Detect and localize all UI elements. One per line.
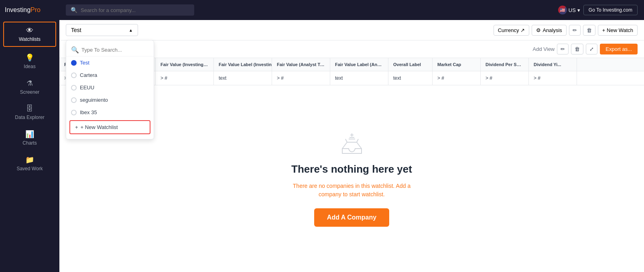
sidebar-item-screener[interactable]: ⚗ Screener (0, 74, 59, 100)
ideas-icon: 💡 (25, 53, 34, 62)
empty-title: There's nothing here yet (291, 163, 412, 175)
cell-overall: text (388, 71, 433, 85)
topnav-right: 🇺🇸 US ▾ Go To Investing.com (558, 5, 638, 15)
dropdown-search-input[interactable] (81, 47, 149, 53)
sidebar-item-charts-label: Charts (22, 140, 37, 146)
gear-icon: ⚙ (536, 27, 541, 33)
cell-fv4: text (330, 71, 388, 85)
pencil-icon: ✏ (573, 27, 577, 33)
radio-empty-icon2 (71, 85, 77, 91)
search-icon: 🔍 (71, 7, 77, 13)
chevron-down-icon: ▾ (577, 7, 580, 13)
dropdown-item-test-label: Test (80, 60, 89, 66)
analysis-button[interactable]: ⚙ Analysis (532, 25, 566, 36)
screener-icon: ⚗ (26, 79, 33, 88)
currency-arrow-icon: ↗ (520, 27, 525, 33)
cell-mktcap: > # (433, 71, 481, 85)
col-fv1[interactable]: Fair Value (InvestingP...) ▼ (156, 58, 214, 71)
dropdown-item-seguimiento-label: seguimiento (80, 97, 108, 103)
region-label: US (569, 7, 576, 13)
cell-divy: > # (529, 71, 577, 85)
edit-button[interactable]: ✏ (569, 25, 581, 36)
logo-investing: Investing (5, 6, 30, 14)
sidebar-item-watchlists-label: Watchlists (19, 36, 41, 42)
watchlist-selector[interactable]: Test ▲ (66, 24, 138, 36)
radio-empty-icon (71, 73, 77, 78)
watchlist-dropdown: 🔍 Test Cartera EEUU seguimiento Ib (66, 40, 154, 139)
dropdown-item-cartera-label: Cartera (80, 72, 97, 78)
empty-desc: There are no companies in this watchlist… (288, 182, 416, 199)
dropdown-search-box[interactable]: 🔍 (66, 44, 154, 56)
sidebar-item-screener-label: Screener (20, 89, 40, 95)
sidebar: InvestingPro 👁 Watchlists 💡 Ideas ⚗ Scre… (0, 0, 59, 272)
dropdown-item-ibex35-label: Ibex 35 (80, 109, 97, 115)
watchlist-chevron-icon: ▲ (129, 28, 133, 32)
toolbar2-right: Add View ✏ 🗑 ⤢ Export as... (533, 44, 638, 54)
sidebar-item-saved-work-label: Saved Work (16, 166, 43, 171)
watchlist-name: Test (71, 27, 81, 33)
add-company-button[interactable]: Add A Company (314, 208, 389, 227)
trash-icon: 🗑 (587, 27, 592, 33)
col-div[interactable]: Dividend Per Share (481, 58, 529, 71)
topnav: 🔍 🇺🇸 US ▾ Go To Investing.com (59, 0, 644, 20)
cell-fv2: text (214, 71, 272, 85)
sidebar-item-data-explorer-label: Data Explorer (15, 115, 44, 120)
sidebar-item-ideas-label: Ideas (24, 64, 35, 69)
currency-label: Currency (498, 27, 519, 33)
trash2-icon: 🗑 (575, 46, 580, 52)
radio-empty-icon3 (71, 97, 77, 103)
new-watchlist-button[interactable]: + New Watch (598, 25, 638, 36)
saved-work-icon: 📁 (25, 155, 34, 164)
col-divy[interactable]: Dividend Yi... (529, 58, 577, 71)
dropdown-item-test[interactable]: Test (66, 56, 154, 69)
col-mktcap[interactable]: Market Cap (433, 58, 481, 71)
dropdown-new-watchlist-button[interactable]: + + New Watchlist (69, 120, 150, 134)
col-fv3[interactable]: Fair Value (Analyst Target) (272, 58, 330, 71)
charts-icon: 📊 (25, 130, 34, 139)
search-input[interactable] (81, 7, 189, 13)
region-selector[interactable]: 🇺🇸 US ▾ (558, 6, 580, 14)
watchlists-icon: 👁 (26, 26, 33, 35)
col-fv4[interactable]: Fair Value Label (Analyst Targets) (330, 58, 388, 71)
col-fv2[interactable]: Fair Value Label (InvestingPro) (214, 58, 272, 71)
dropdown-item-eeuu-label: EEUU (80, 85, 94, 91)
pencil2-icon: ✏ (561, 46, 565, 52)
flag-icon: 🇺🇸 (558, 6, 567, 14)
currency-button[interactable]: Currency ↗ (494, 25, 530, 36)
logo-pro: Pro (30, 6, 41, 14)
company-search-box[interactable]: 🔍 (66, 4, 194, 16)
analysis-label: Analysis (542, 27, 562, 33)
radio-selected-icon (71, 60, 77, 66)
main-toolbar: Test ▲ Currency ↗ ⚙ Analysis ✏ 🗑 + Ne (59, 20, 644, 40)
sidebar-item-data-explorer[interactable]: 🗄 Data Explorer (0, 100, 59, 125)
dropdown-new-watchlist-label: + New Watchlist (81, 124, 118, 130)
export-button[interactable]: Export as... (600, 44, 638, 54)
sidebar-item-ideas[interactable]: 💡 Ideas (0, 48, 59, 74)
logo: InvestingPro (0, 0, 59, 20)
sidebar-item-saved-work[interactable]: 📁 Saved Work (0, 151, 59, 176)
delete2-button[interactable]: 🗑 (571, 44, 583, 54)
toolbar-right: Currency ↗ ⚙ Analysis ✏ 🗑 + New Watch (494, 25, 638, 36)
sidebar-item-watchlists[interactable]: 👁 Watchlists (3, 22, 56, 47)
content-area: Test ▲ Currency ↗ ⚙ Analysis ✏ 🗑 + Ne (59, 20, 644, 272)
goto-investing-button[interactable]: Go To Investing.com (583, 5, 638, 15)
dropdown-item-cartera[interactable]: Cartera (66, 69, 154, 81)
edit2-button[interactable]: ✏ (557, 44, 569, 54)
plus-icon: + (75, 124, 78, 130)
cell-div: > # (481, 71, 529, 85)
empty-inbox-icon (339, 131, 365, 157)
delete-button[interactable]: 🗑 (583, 25, 595, 36)
col-overall[interactable]: Overall Label (388, 58, 433, 71)
radio-empty-icon4 (71, 110, 77, 115)
sidebar-item-charts[interactable]: 📊 Charts (0, 125, 59, 151)
dropdown-search-icon: 🔍 (71, 46, 79, 54)
dropdown-item-seguimiento[interactable]: seguimiento (66, 94, 154, 106)
cell-fv1: > # (156, 71, 214, 85)
dropdown-item-ibex35[interactable]: Ibex 35 (66, 106, 154, 119)
data-explorer-icon: 🗄 (26, 105, 33, 113)
dropdown-item-eeuu[interactable]: EEUU (66, 81, 154, 94)
cell-fv3: > # (272, 71, 330, 85)
expand-button[interactable]: ⤢ (586, 44, 597, 54)
add-view-button[interactable]: Add View (533, 46, 555, 52)
main-area: 🔍 🇺🇸 US ▾ Go To Investing.com Test ▲ Cur… (59, 0, 644, 272)
